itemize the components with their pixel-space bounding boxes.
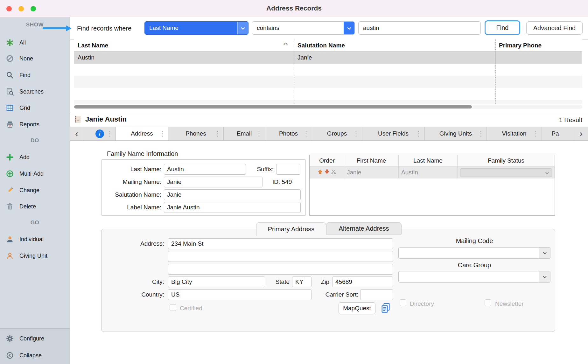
chevron-right-icon: ›: [579, 128, 583, 139]
chevron-down-icon: [237, 22, 248, 34]
tab-label: Email: [237, 130, 252, 137]
mapquest-button[interactable]: MapQuest: [339, 302, 375, 314]
tab-info[interactable]: i ⋮: [84, 127, 116, 140]
member-last-name: Austin: [399, 166, 458, 178]
zip-field[interactable]: 45689: [332, 276, 393, 287]
record-name: Janie Austin: [85, 115, 127, 123]
scrollbar-thumb[interactable]: [74, 105, 472, 108]
sidebar-item-individual[interactable]: Individual: [0, 232, 70, 246]
searches-icon: [6, 88, 14, 96]
sidebar-item-change[interactable]: Change: [0, 183, 70, 197]
label-name-label: Label Name:: [88, 204, 161, 211]
window-title: Address Records: [0, 4, 588, 12]
zip-label: Zip: [304, 278, 329, 285]
advanced-find-button[interactable]: Advanced Find: [526, 21, 583, 35]
find-button[interactable]: Find: [485, 20, 520, 35]
kebab-menu-icon[interactable]: ⋮: [107, 130, 113, 137]
address-line1-field[interactable]: 234 Main St: [168, 238, 393, 249]
kebab-menu-icon[interactable]: ⋮: [303, 130, 309, 137]
address-line2-field[interactable]: [168, 251, 393, 262]
sidebar-item-label: Individual: [19, 236, 44, 243]
tab-email[interactable]: Email⋮: [224, 127, 265, 140]
chevron-left-icon: ‹: [75, 128, 78, 139]
tab-scroll-right-button[interactable]: ›: [574, 127, 588, 140]
sidebar-item-none[interactable]: None: [0, 52, 70, 66]
kebab-menu-icon[interactable]: ⋮: [416, 130, 422, 137]
result-row-empty[interactable]: [74, 88, 582, 100]
move-up-icon[interactable]: [318, 169, 323, 176]
sidebar-item-grid[interactable]: Grid: [0, 101, 70, 115]
address-line3-field[interactable]: [168, 264, 393, 275]
result-row-empty[interactable]: [74, 100, 582, 104]
care-group-label: Care Group: [398, 262, 550, 269]
sidebar-item-delete[interactable]: Delete: [0, 200, 70, 214]
kebab-menu-icon[interactable]: ⋮: [353, 130, 359, 137]
country-field[interactable]: US: [168, 289, 312, 300]
label-name-field[interactable]: Janie Austin: [164, 202, 301, 213]
tab-primary-address[interactable]: Primary Address: [256, 222, 326, 236]
sidebar-header-do: DO: [0, 137, 70, 145]
tab-giving-units[interactable]: Giving Units⋮: [425, 127, 487, 140]
sort-ascending-icon[interactable]: ^: [284, 41, 288, 48]
result-row-empty[interactable]: [74, 64, 582, 76]
column-header-salutation-name[interactable]: Salutation Name: [298, 42, 345, 49]
kebab-menu-icon[interactable]: ⋮: [533, 130, 539, 137]
operator-select[interactable]: contains: [252, 21, 355, 35]
carrier-sort-field[interactable]: [360, 289, 393, 300]
sidebar-item-label: Reports: [19, 121, 39, 128]
sidebar-item-collapse[interactable]: Collapse: [0, 348, 70, 362]
kebab-menu-icon[interactable]: ⋮: [159, 130, 165, 137]
column-divider: [294, 39, 294, 104]
sidebar-item-all[interactable]: All: [0, 36, 70, 50]
salutation-name-label: Salutation Name:: [88, 191, 161, 198]
tab-truncated[interactable]: Pa: [542, 127, 569, 140]
tab-label: Giving Units: [439, 130, 472, 137]
field-select[interactable]: Last Name: [144, 21, 248, 35]
family-status-select[interactable]: [460, 168, 552, 177]
result-row-selected[interactable]: Austin Janie: [74, 52, 582, 64]
directory-checkbox[interactable]: [400, 299, 406, 306]
mailing-name-field[interactable]: Janie: [164, 177, 262, 187]
mailing-code-select[interactable]: [398, 247, 550, 259]
newsletter-checkbox[interactable]: [485, 299, 491, 306]
horizontal-scrollbar[interactable]: [74, 105, 582, 109]
tab-photos[interactable]: Photos⋮: [265, 127, 312, 140]
tab-address[interactable]: Address⋮: [116, 127, 168, 140]
tab-phones[interactable]: Phones⋮: [168, 127, 224, 140]
country-label: Country:: [107, 291, 164, 298]
member-row[interactable]: Janie Austin: [310, 166, 555, 178]
tab-groups[interactable]: Groups⋮: [312, 127, 362, 140]
cell-last-name: Austin: [78, 54, 94, 61]
certified-checkbox[interactable]: [170, 304, 176, 311]
search-input[interactable]: austin: [358, 21, 481, 35]
suffix-field[interactable]: [276, 164, 300, 175]
sidebar-item-configure[interactable]: Configure: [0, 332, 70, 346]
kebab-menu-icon[interactable]: ⋮: [478, 130, 484, 137]
column-header-primary-phone[interactable]: Primary Phone: [499, 42, 542, 49]
tab-scroll-left-button[interactable]: ‹: [70, 127, 84, 140]
kebab-menu-icon[interactable]: ⋮: [214, 130, 221, 137]
care-group-select[interactable]: [398, 271, 550, 283]
kebab-menu-icon[interactable]: ⋮: [256, 130, 262, 137]
city-field[interactable]: Big City: [168, 276, 265, 287]
newsletter-label: Newsletter: [495, 300, 524, 307]
sidebar-item-giving-unit[interactable]: Giving Unit: [0, 249, 70, 263]
members-col-last-name: Last Name: [399, 155, 458, 166]
sidebar-item-add[interactable]: Add: [0, 150, 70, 164]
tab-visitation[interactable]: Visitation⋮: [487, 127, 542, 140]
tab-user-fields[interactable]: User Fields⋮: [362, 127, 425, 140]
search-icon: [6, 71, 14, 79]
sidebar-item-reports[interactable]: Reports: [0, 117, 70, 131]
move-down-icon[interactable]: [324, 169, 330, 176]
salutation-name-field[interactable]: Janie: [164, 189, 301, 200]
sidebar-item-multi-add[interactable]: Multi-Add: [0, 167, 70, 181]
trash-icon: [6, 202, 14, 211]
sidebar-item-find[interactable]: Find: [0, 68, 70, 82]
tab-alternate-address[interactable]: Alternate Address: [326, 222, 402, 234]
result-row-empty[interactable]: [74, 76, 582, 88]
members-col-family-status: Family Status: [458, 155, 555, 166]
sidebar-item-searches[interactable]: Searches: [0, 85, 70, 99]
column-header-last-name[interactable]: Last Name: [78, 42, 108, 49]
cut-icon[interactable]: [331, 169, 336, 176]
copy-address-icon[interactable]: [380, 302, 391, 315]
